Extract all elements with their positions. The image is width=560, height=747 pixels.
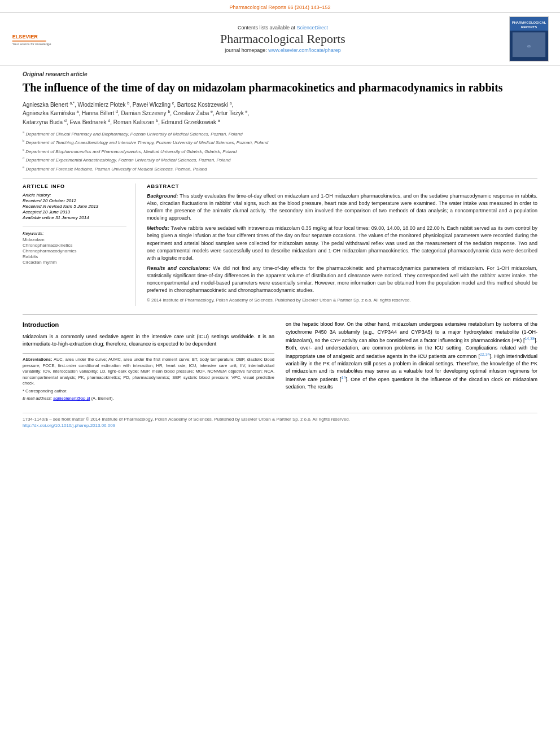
history-title: Article history: [23, 193, 126, 198]
page-wrapper: Pharmacological Reports 66 (2014) 143–15… [0, 0, 560, 436]
intro-text-right: on the hepatic blood flow. On the other … [286, 321, 537, 390]
journal-ref-text: Pharmacological Reports 66 (2014) 143–15… [229, 5, 330, 10]
article-type: Original research article [23, 71, 537, 77]
article-title: The influence of the time of day on mida… [23, 81, 537, 95]
journal-cover-image: PHARMACOLOGICAL REPORTS 66 [509, 16, 549, 62]
article-info-abstract-section: ARTICLE INFO Article history: Received 2… [23, 184, 537, 306]
svg-text:REPORTS: REPORTS [521, 25, 537, 29]
footnotes-area: Abbreviations: AUC, area under the curve… [23, 353, 274, 402]
introduction-col-right: on the hepatic blood flow. On the other … [286, 321, 537, 404]
word-one: One [351, 377, 360, 382]
divider-1 [23, 178, 537, 179]
intro-para-right: on the hepatic blood flow. On the other … [286, 321, 537, 390]
bottom-bar: 1734-1140/$ – see front matter © 2014 In… [23, 413, 537, 430]
abstract-background: Background: This study evaluates the tim… [147, 193, 537, 222]
journal-title: Pharmacological Reports [56, 32, 509, 46]
elsevier-logo: ELSEVIER Your source for knowledge [11, 29, 56, 50]
introduction-section: Introduction Midazolam is a commonly use… [23, 314, 537, 404]
abstract-title: ABSTRACT [147, 184, 537, 189]
keyword-5: Circadian rhythm [23, 260, 126, 265]
svg-text:ELSEVIER: ELSEVIER [12, 34, 38, 40]
divider-keywords [23, 226, 126, 226]
available-date: Available online 31 January 2014 [23, 215, 126, 220]
svg-text:PHARMACOLOGICAL: PHARMACOLOGICAL [512, 21, 546, 24]
keywords-label: Keywords: [23, 231, 126, 236]
abbreviations-label: Abbreviations: [23, 357, 53, 362]
keyword-1: Midazolam [23, 237, 126, 242]
abstract-column: ABSTRACT Background: This study evaluate… [147, 184, 537, 306]
accepted-date: Accepted 20 June 2013 [23, 209, 126, 215]
svg-text:Your source for knowledge: Your source for knowledge [12, 42, 51, 46]
introduction-columns: Introduction Midazolam is a commonly use… [23, 321, 537, 404]
intro-text-left: Midazolam is a commonly used sedative ag… [23, 333, 274, 348]
sciencedirect-link[interactable]: ScienceDirect [297, 25, 329, 30]
intro-para-1: Midazolam is a commonly used sedative ag… [23, 333, 274, 348]
article-info-column: ARTICLE INFO Article history: Received 2… [23, 184, 135, 306]
affiliations-list: a Department of Clinical Pharmacy and Bi… [23, 130, 537, 173]
keyword-4: Rabbits [23, 254, 126, 259]
journal-header: ELSEVIER Your source for knowledge Conte… [0, 12, 560, 65]
article-info-title: ARTICLE INFO [23, 184, 126, 189]
keywords-section: Keywords: Midazolam Chronopharmacokineti… [23, 231, 126, 265]
received-date: Received 20 October 2012 [23, 198, 126, 203]
methods-label: Methods: [147, 225, 169, 231]
svg-text:66: 66 [527, 45, 531, 48]
revised-date: Received in revised form 5 June 2013 [23, 204, 126, 209]
abbreviations-row: Abbreviations: AUC, area under the curve… [23, 357, 274, 387]
abstract-text: Background: This study evaluates the tim… [147, 193, 537, 303]
keyword-2: Chronopharmacokinetics [23, 243, 126, 248]
abstract-results: Results and conclusions: We did not find… [147, 265, 537, 294]
email-row: E-mail address: agniebienert@op.pl (A. B… [23, 396, 274, 402]
background-label: Background: [147, 193, 178, 199]
keyword-3: Chronopharmacodynamics [23, 248, 126, 254]
results-label: Results and conclusions: [147, 265, 211, 271]
authors-list: Agnieszka Bienert a,*, Włodzimierz Płote… [23, 101, 537, 126]
article-body: Original research article The influence … [0, 65, 560, 436]
svg-rect-1 [12, 40, 46, 41]
journal-reference-bar: Pharmacological Reports 66 (2014) 143–15… [0, 0, 560, 12]
copyright-text: © 2014 Institute of Pharmacology, Polish… [147, 297, 537, 304]
journal-homepage: journal homepage: www.elsevier.com/locat… [56, 47, 509, 53]
article-history: Article history: Received 20 October 201… [23, 193, 126, 220]
doi-link[interactable]: http://dx.doi.org/10.1016/j.pharep.2013.… [23, 423, 537, 428]
issn-text: 1734-1140/$ – see front matter © 2014 In… [23, 417, 537, 422]
author-email[interactable]: agniebienert@op.pl [53, 396, 90, 401]
introduction-col-left: Introduction Midazolam is a commonly use… [23, 321, 274, 404]
corresponding-author-row: * Corresponding author. [23, 388, 274, 395]
email-label: E-mail address: [23, 396, 52, 401]
introduction-heading: Introduction [23, 321, 274, 330]
abstract-methods: Methods: Twelve rabbits were sedated wit… [147, 225, 537, 261]
contents-available-text: Contents lists available at ScienceDirec… [56, 25, 509, 30]
journal-center-header: Contents lists available at ScienceDirec… [56, 25, 509, 53]
homepage-url[interactable]: www.elsevier.com/locate/pharep [268, 47, 341, 53]
